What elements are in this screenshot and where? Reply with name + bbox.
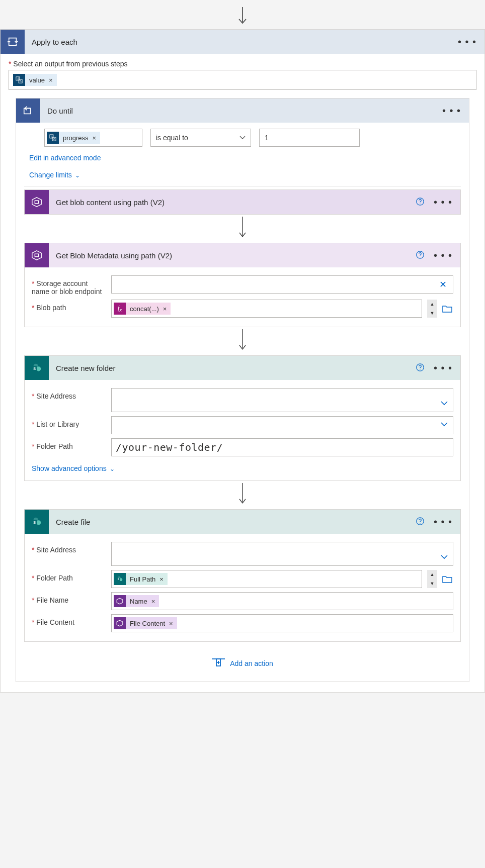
- help-icon[interactable]: [416, 517, 425, 527]
- svg-text:文: 文: [51, 135, 53, 138]
- do-until-header[interactable]: Do until • • •: [16, 99, 469, 123]
- svg-point-16: [420, 256, 420, 257]
- content-token[interactable]: File Content ×: [114, 617, 177, 629]
- remove-token-icon[interactable]: ×: [151, 598, 159, 605]
- apply-to-each-header[interactable]: Apply to each • • •: [1, 30, 484, 54]
- sharepoint-icon: S: [25, 510, 49, 534]
- cf-content-label: File Content: [32, 614, 106, 626]
- site-address-select[interactable]: [111, 388, 453, 412]
- blob-path-input[interactable]: fx concat(...) ×: [111, 300, 422, 318]
- chevron-down-icon: ⌄: [107, 465, 115, 472]
- create-file-card: S Create file • • • Site Address: [24, 509, 461, 642]
- create-file-header[interactable]: S Create file • • •: [25, 510, 460, 534]
- arrow-connector: [24, 327, 461, 355]
- folder-path-input[interactable]: /your-new-folder/: [111, 438, 453, 456]
- fullpath-token[interactable]: S Full Path ×: [114, 573, 168, 585]
- folder-path-label: Folder Path: [32, 438, 106, 450]
- svg-text:A: A: [53, 137, 55, 140]
- help-icon[interactable]: [416, 363, 425, 373]
- create-folder-title: Create new folder: [49, 364, 416, 372]
- add-action-icon: [212, 657, 225, 669]
- get-blob-content-card: Get blob content using path (V2) • • •: [24, 189, 461, 215]
- get-blob-metadata-card: Get Blob Metadata using path (V2) • • • …: [24, 243, 461, 327]
- arrow-connector: [24, 481, 461, 509]
- blob-icon: [114, 595, 126, 607]
- cf-name-input[interactable]: Name ×: [111, 592, 453, 610]
- cf-content-input[interactable]: File Content ×: [111, 614, 453, 632]
- stepper[interactable]: ▲▼: [427, 300, 437, 318]
- svg-text:S: S: [33, 366, 36, 371]
- folder-picker-icon[interactable]: [441, 573, 453, 585]
- storage-label: Storage account name or blob endpoint: [32, 275, 106, 296]
- translate-icon: 文A: [47, 132, 59, 144]
- svg-point-32: [119, 578, 122, 581]
- until-value-input[interactable]: 1: [259, 129, 360, 147]
- svg-point-26: [36, 520, 41, 525]
- clear-icon[interactable]: ✕: [437, 279, 449, 290]
- chevron-down-icon: ⌄: [72, 172, 80, 179]
- svg-point-23: [420, 369, 420, 369]
- apply-menu-button[interactable]: • • •: [456, 36, 478, 48]
- name-token[interactable]: Name ×: [114, 595, 159, 607]
- list-library-label: List or Library: [32, 416, 106, 428]
- help-icon[interactable]: [416, 250, 425, 261]
- progress-token[interactable]: 文A progress ×: [47, 132, 100, 144]
- until-left-field[interactable]: 文A progress ×: [44, 129, 142, 147]
- value-token[interactable]: 文A value ×: [13, 74, 57, 86]
- chevron-down-icon: [441, 421, 448, 429]
- blob-metadata-title: Get Blob Metadata using path (V2): [49, 251, 416, 260]
- do-until-card: Do until • • • 文A progress: [16, 98, 469, 682]
- svg-point-30: [420, 523, 420, 523]
- arrow-into-apply: [0, 5, 485, 29]
- svg-text:S: S: [118, 578, 119, 581]
- svg-point-19: [36, 366, 41, 371]
- remove-token-icon[interactable]: ×: [159, 575, 168, 583]
- remove-token-icon[interactable]: ×: [93, 134, 101, 142]
- show-advanced-link[interactable]: Show advanced options⌄: [32, 464, 115, 472]
- sharepoint-icon: S: [114, 573, 126, 585]
- blob-metadata-menu[interactable]: • • •: [432, 250, 454, 261]
- remove-token-icon[interactable]: ×: [163, 305, 171, 313]
- list-library-select[interactable]: [111, 416, 453, 434]
- cf-folder-input[interactable]: S Full Path ×: [111, 570, 422, 588]
- chevron-down-icon: [441, 400, 448, 408]
- until-icon: [16, 99, 40, 123]
- blob-icon: [114, 617, 126, 629]
- until-menu-button[interactable]: • • •: [440, 105, 463, 117]
- edit-advanced-link[interactable]: Edit in advanced mode: [29, 154, 101, 162]
- concat-token[interactable]: fx concat(...) ×: [114, 303, 171, 315]
- cf-name-label: File Name: [32, 592, 106, 604]
- add-action-link[interactable]: Add an action: [230, 659, 273, 667]
- blob-icon: [25, 190, 49, 214]
- svg-rect-10: [35, 201, 38, 204]
- remove-token-icon[interactable]: ×: [49, 76, 57, 84]
- storage-account-input[interactable]: ✕: [111, 275, 453, 294]
- do-until-title: Do until: [40, 107, 440, 115]
- svg-text:S: S: [33, 520, 36, 525]
- folder-picker-icon[interactable]: [441, 303, 453, 315]
- cf-site-select[interactable]: [111, 542, 453, 566]
- help-icon[interactable]: [416, 197, 425, 208]
- until-operator-select[interactable]: is equal to: [150, 129, 251, 147]
- chevron-down-icon: [441, 553, 448, 561]
- create-folder-menu[interactable]: • • •: [432, 362, 454, 374]
- loop-icon: [1, 30, 25, 54]
- site-address-label: Site Address: [32, 388, 106, 400]
- cf-folder-label: Folder Path: [32, 570, 106, 582]
- create-file-title: Create file: [49, 518, 416, 526]
- create-folder-header[interactable]: S Create new folder • • •: [25, 356, 460, 380]
- blob-content-menu[interactable]: • • •: [432, 197, 454, 208]
- apply-to-each-card: Apply to each • • • Select an output fro…: [0, 29, 485, 693]
- svg-rect-14: [35, 254, 38, 257]
- create-folder-card: S Create new folder • • • Site Address: [24, 355, 461, 481]
- change-limits-link[interactable]: Change limits⌄: [29, 171, 80, 179]
- stepper[interactable]: ▲▼: [427, 570, 437, 588]
- svg-point-12: [420, 203, 420, 204]
- output-token-field[interactable]: 文A value ×: [9, 70, 476, 90]
- create-file-menu[interactable]: • • •: [432, 516, 454, 528]
- remove-token-icon[interactable]: ×: [169, 620, 177, 627]
- get-blob-content-header[interactable]: Get blob content using path (V2) • • •: [25, 190, 460, 214]
- get-blob-metadata-header[interactable]: Get Blob Metadata using path (V2) • • •: [25, 243, 460, 267]
- cf-site-label: Site Address: [32, 542, 106, 554]
- blob-content-title: Get blob content using path (V2): [49, 198, 416, 207]
